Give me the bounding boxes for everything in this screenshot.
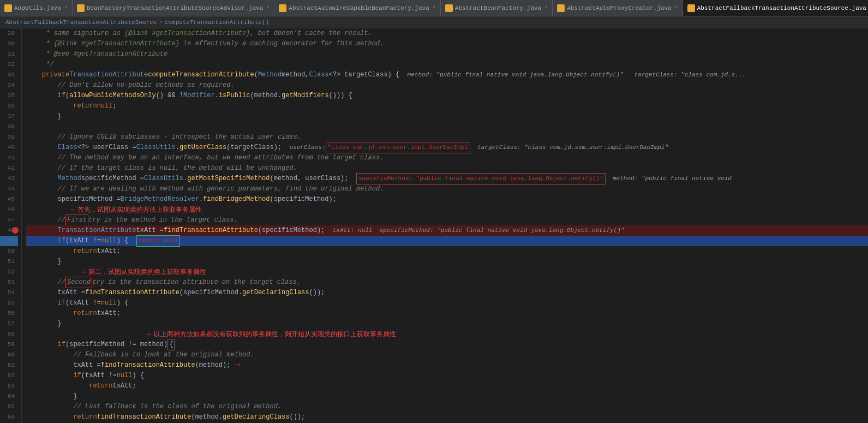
code-line: return txAtt;: [26, 246, 868, 257]
breadcrumb: AbstractFallbackTransactionAttributeSour…: [0, 16, 868, 28]
code-area[interactable]: * same signature as {@link #getTransacti…: [22, 28, 868, 423]
code-line: return null ;: [26, 101, 868, 111]
tab-abstractbean[interactable]: AbstractBeanFactory.java ×: [441, 0, 553, 16]
java-file-icon: [279, 4, 286, 12]
code-line: if (specificMethod != method) {: [26, 339, 868, 350]
java-file-icon: [557, 4, 565, 12]
code-line: * same signature as {@link #getTransacti…: [26, 28, 868, 39]
tab-aoputils[interactable]: AopUtils.java ×: [0, 0, 73, 16]
tab-bar: AopUtils.java × BeanFactoryTransactionAt…: [0, 0, 868, 16]
code-line: // Ignore CGLIB subclasses - introspect …: [26, 132, 868, 142]
code-line: // Last fallback is the class of the ori…: [26, 402, 868, 412]
code-line: if ( allowPublicMethodsOnly () && ! Modi…: [26, 91, 868, 101]
code-line: // The method may be on an interface, bu…: [26, 153, 868, 163]
java-file-icon: [4, 4, 12, 12]
java-file-icon: [687, 4, 695, 12]
tab-abstractfallback[interactable]: AbstractFallbackTransactionAttributeSour…: [683, 0, 868, 16]
code-line: return findTransactionAttribute (method.…: [26, 412, 868, 422]
code-line: txAtt = findTransactionAttribute (method…: [26, 360, 868, 371]
code-line: * @see #getTransactionAttribute: [26, 49, 868, 59]
code-line: → 首先，试图从实现类的方法上获取事务属性: [26, 205, 868, 215]
tab-close-icon[interactable]: ×: [266, 5, 270, 11]
code-line: → 第二，试图从实现类的类上获取事务属性: [26, 267, 868, 277]
code-line: Method specificMethod = ClassUtils . get…: [26, 174, 868, 184]
code-line: Class <?> userClass = ClassUtils . getUs…: [26, 142, 868, 153]
tab-beanfactory[interactable]: BeanFactoryTransactionAttributeSourceAdv…: [73, 0, 274, 16]
code-line: }: [26, 319, 868, 329]
tab-abstractautoproxy[interactable]: AbstractAutoProxyCreator.java ×: [553, 0, 683, 16]
tab-close-icon[interactable]: ×: [675, 5, 678, 11]
code-line: // Second try is the transaction attribu…: [26, 277, 868, 288]
code-line: TransactionAttribute txAtt = findTransac…: [26, 225, 868, 236]
editor: 29 30 31 32 33 34 35 36 37 38 39 40 41 4…: [0, 28, 868, 423]
tab-close-icon[interactable]: ×: [544, 5, 548, 11]
code-line: }: [26, 257, 868, 267]
tab-label: BeanFactoryTransactionAttributeSourceAdv…: [87, 5, 263, 11]
code-line: [26, 122, 868, 132]
code-line: private TransactionAttribute computeTran…: [26, 70, 868, 80]
code-line: // First try is the method in the target…: [26, 215, 868, 225]
code-line: * {@link #getTransactionAttribute} is ef…: [26, 39, 868, 49]
tab-abstractautowire[interactable]: AbstractAutowireCapableBeanFactory.java …: [274, 0, 440, 16]
java-file-icon: [77, 4, 85, 12]
code-line: // Don't allow no-public methods as requ…: [26, 80, 868, 91]
code-line: specificMethod = BridgeMethodResolver . …: [26, 194, 868, 205]
code-line: // If we are dealing with method with ge…: [26, 184, 868, 194]
code-line: if (txAtt != null ) { txAtt: null: [26, 236, 868, 246]
tab-label: AbstractAutoProxyCreator.java: [567, 5, 671, 11]
code-line: }: [26, 391, 868, 402]
tab-label: AbstractBeanFactory.java: [455, 5, 541, 11]
code-line: → 以上两种方法如果都没有获取到的事务属性，则开始从实现类的接口上获取事务属性: [26, 329, 868, 339]
tab-close-icon[interactable]: ×: [64, 5, 68, 11]
java-file-icon: [445, 4, 453, 12]
breadcrumb-method: computeTransactionAttribute(): [165, 19, 269, 26]
code-line: if (txAtt != null ) {: [26, 371, 868, 381]
line-numbers: 29 30 31 32 33 34 35 36 37 38 39 40 41 4…: [0, 28, 22, 423]
breadcrumb-class: AbstractFallbackTransactionAttributeSour…: [5, 19, 157, 26]
code-line: */: [26, 59, 868, 70]
tab-label: AbstractAutowireCapableBeanFactory.java: [289, 5, 429, 11]
code-line: // Fallback is to look at the original m…: [26, 350, 868, 360]
code-line: txAtt = findTransactionAttribute (specif…: [26, 288, 868, 298]
code-line: }: [26, 111, 868, 122]
tab-close-icon[interactable]: ×: [433, 5, 436, 11]
code-line: // If the target class is null, the meth…: [26, 163, 868, 174]
code-line: return txAtt;: [26, 308, 868, 319]
code-line: if (txAtt != null ) {: [26, 298, 868, 308]
code-line: return txAtt;: [26, 381, 868, 391]
tab-label: AbstractFallbackTransactionAttributeSour…: [697, 5, 866, 11]
code-content: * same signature as {@link #getTransacti…: [22, 28, 868, 423]
tab-label: AopUtils.java: [14, 5, 61, 11]
